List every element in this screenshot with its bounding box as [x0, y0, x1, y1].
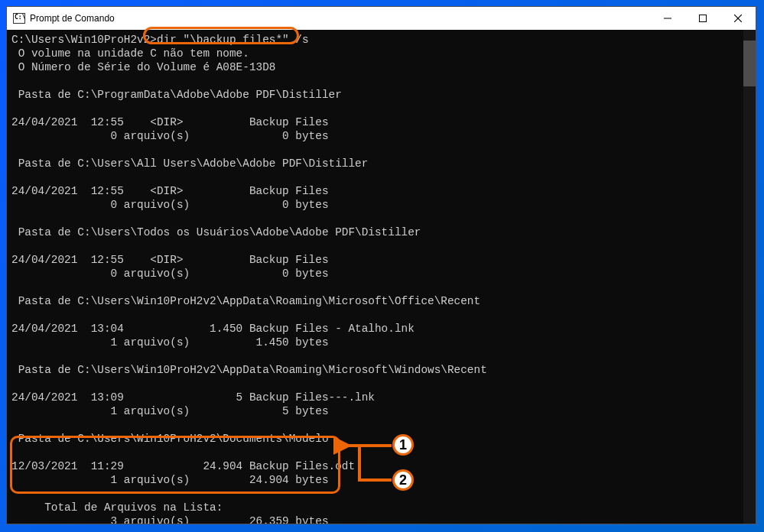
totals-row: Total de Arquivos na Lista:: [11, 501, 223, 514]
window-controls: [650, 7, 756, 30]
output-row: 24/04/2021 12:55 <DIR> Backup Files: [11, 254, 329, 266]
maximize-button[interactable]: [685, 7, 720, 30]
output-row: 24/04/2021 12:55 <DIR> Backup Files: [11, 185, 329, 197]
output-row: 24/04/2021 12:55 <DIR> Backup Files: [11, 116, 329, 128]
folder-header: Pasta de C:\Users\All Users\Adobe\Adobe …: [11, 157, 368, 170]
serial-info: O Número de Série do Volume é A08E-13D8: [11, 61, 275, 73]
prompt-command: dir "\backup files*" /s: [157, 34, 309, 46]
callout-1: 1: [392, 434, 414, 456]
minimize-button[interactable]: [650, 7, 685, 30]
output-row: 1 arquivo(s) 24.904 bytes: [11, 474, 329, 486]
folder-header: Pasta de C:\Users\Win10ProH2v2\AppData\R…: [11, 364, 487, 376]
terminal-output[interactable]: C:\Users\Win10ProH2v2>dir "\backup files…: [7, 30, 756, 524]
scrollbar-thumb[interactable]: [743, 41, 756, 86]
output-row: 1 arquivo(s) 5 bytes: [11, 405, 329, 417]
titlebar[interactable]: C:\ Prompt de Comando: [7, 7, 756, 30]
output-row: 24/04/2021 13:09 5 Backup Files---.lnk: [11, 391, 375, 404]
folder-header: Pasta de C:\Users\Todos os Usuários\Adob…: [11, 226, 421, 238]
output-row: 1 arquivo(s) 1.450 bytes: [11, 336, 329, 349]
output-row: 12/03/2021 11:29 24.904 Backup Files.odt: [11, 460, 355, 472]
cmd-window: C:\ Prompt de Comando C:\Users\Win10ProH…: [6, 6, 756, 524]
cmd-icon: C:\: [13, 13, 25, 24]
totals-row: 3 arquivo(s) 26.359 bytes: [11, 515, 329, 524]
svg-rect-1: [700, 15, 707, 22]
close-button[interactable]: [720, 7, 756, 30]
folder-header: Pasta de C:\Users\Win10ProH2v2\Documents…: [11, 433, 329, 445]
output-row: 0 arquivo(s) 0 bytes: [11, 199, 329, 211]
scrollbar-vertical[interactable]: [743, 30, 756, 524]
folder-header: Pasta de C:\Users\Win10ProH2v2\AppData\R…: [11, 295, 480, 307]
prompt-path: C:\Users\Win10ProH2v2>: [11, 34, 157, 46]
volume-info: O volume na unidade C não tem nome.: [11, 47, 249, 60]
output-row: 24/04/2021 13:04 1.450 Backup Files - At…: [11, 323, 415, 335]
folder-header: Pasta de C:\ProgramData\Adobe\Adobe PDF\…: [11, 89, 342, 101]
callout-2: 2: [392, 469, 414, 491]
window-title: Prompt de Comando: [30, 13, 115, 24]
output-row: 0 arquivo(s) 0 bytes: [11, 130, 329, 142]
output-row: 0 arquivo(s) 0 bytes: [11, 268, 329, 280]
